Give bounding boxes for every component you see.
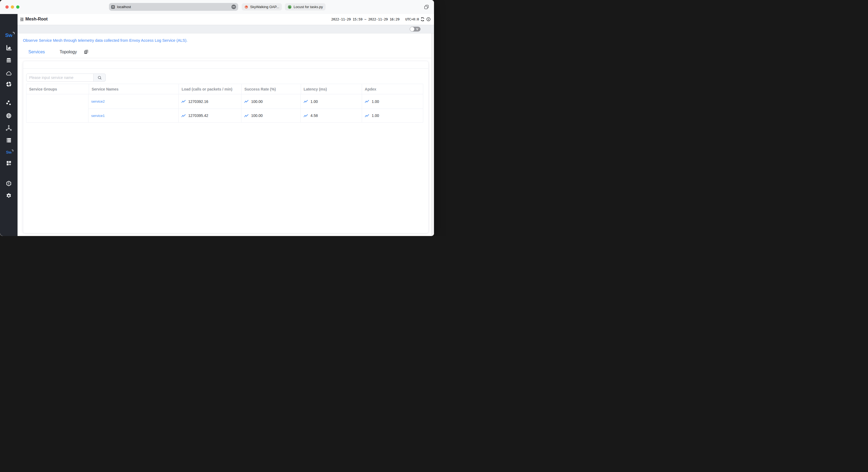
line-chart-icon[interactable] [365, 113, 369, 118]
mini-logo-crescent-icon [11, 149, 13, 152]
info-icon[interactable] [426, 17, 431, 22]
refresh-icon[interactable] [420, 17, 425, 22]
line-chart-icon[interactable] [244, 113, 249, 118]
pinned-tab-skywalking[interactable]: SkyWalking OAP... [242, 3, 282, 10]
service-link[interactable]: service1 [91, 114, 105, 118]
minimize-window-button[interactable] [11, 5, 14, 9]
line-chart-icon[interactable] [365, 99, 369, 104]
service-name-cell: service2 [89, 94, 179, 108]
success-rate-cell: 100.00 [241, 109, 301, 122]
copy-tabs-icon[interactable] [424, 4, 429, 10]
sidebar-item-database-icon[interactable] [6, 57, 12, 63]
search-input[interactable] [26, 73, 94, 81]
copy-document-icon[interactable] [84, 49, 89, 55]
apdex-value: 1.00 [372, 113, 379, 118]
table-header-row: Service Groups Service Names Load (calls… [26, 84, 423, 94]
column-header-latency[interactable]: Latency (ms) [301, 84, 362, 94]
url-badge-icon: x [111, 5, 115, 9]
sidebar: Sw [0, 14, 18, 236]
column-header-apdex[interactable]: Apdex [362, 84, 423, 94]
services-table: Service Groups Service Names Load (calls… [26, 84, 423, 123]
line-chart-icon[interactable] [304, 113, 308, 118]
line-chart-icon[interactable] [181, 99, 186, 104]
line-chart-icon[interactable] [304, 99, 308, 104]
skywalking-favicon-icon [244, 5, 248, 9]
line-chart-icon[interactable] [181, 113, 186, 118]
time-range[interactable]: 2022-11-29 15:59 ~ 2022-11-29 16:29 UTC+… [331, 17, 419, 21]
skywalking-logo[interactable]: Sw [0, 32, 18, 38]
latency-cell: 4.58 [301, 109, 362, 122]
service-name-cell: service1 [89, 109, 179, 122]
timezone-text: UTC+0:0 [405, 17, 419, 21]
column-header-service-groups[interactable]: Service Groups [26, 84, 89, 94]
table-row-service2: service2 1270392.16 100.00 [89, 94, 423, 109]
page-title: Mesh-Root [25, 17, 48, 22]
tab-topology[interactable]: Topology [60, 49, 77, 55]
load-cell: 1270392.16 [179, 94, 241, 108]
browser-chrome: x localhost SkyWalking OAP... Locust for… [0, 0, 434, 14]
sidebar-item-globe-icon[interactable] [6, 112, 12, 119]
latency-value: 4.58 [310, 113, 318, 118]
logo-crescent-icon [12, 32, 15, 35]
apdex-cell: 1.00 [362, 94, 423, 108]
card-header [23, 61, 428, 69]
service-group-cell [26, 94, 89, 122]
menu-fold-icon[interactable] [20, 17, 24, 22]
version-toggle[interactable]: V [410, 27, 421, 32]
tabs-bar: Services Topology [18, 46, 431, 58]
close-window-button[interactable] [5, 5, 9, 9]
logo-text: Sw [5, 32, 12, 38]
latency-cell: 1.00 [301, 94, 362, 108]
mesh-description: Observe Service Mesh through telemetry d… [23, 38, 187, 42]
pinned-tab-label: SkyWalking OAP... [250, 5, 279, 9]
service-search [26, 73, 106, 81]
table-body: service2 1270392.16 100.00 [26, 94, 423, 122]
sidebar-item-settings-gear-icon[interactable] [6, 193, 12, 199]
time-range-text: 2022-11-29 15:59 ~ 2022-11-29 16:29 [331, 17, 400, 21]
pinned-tab-label: Locust for tasks.py [294, 5, 323, 9]
column-header-success-rate[interactable]: Success Rate (%) [242, 84, 301, 94]
address-bar[interactable]: x localhost [109, 3, 238, 11]
load-value: 1270392.16 [188, 99, 208, 104]
success-rate-value: 100.00 [251, 113, 263, 118]
services-card: Service Groups Service Names Load (calls… [23, 61, 429, 233]
sidebar-item-dashboard-grid-plus-icon[interactable] [6, 160, 12, 166]
apdex-value: 1.00 [372, 99, 379, 104]
success-rate-value: 100.00 [251, 99, 263, 104]
secondary-toolbar: V [18, 25, 434, 33]
column-header-load[interactable]: Load (calls or packets / min) [179, 84, 242, 94]
browser-window: x localhost SkyWalking OAP... Locust for… [0, 0, 434, 236]
sidebar-item-service-mesh-icon[interactable] [6, 125, 12, 131]
load-value: 1270395.42 [188, 113, 208, 118]
page-header: Mesh-Root 2022-11-29 15:59 ~ 2022-11-29 … [18, 14, 434, 25]
toggle-knob [410, 27, 414, 31]
sidebar-item-server-list-icon[interactable] [6, 137, 12, 143]
scrollbar-track[interactable] [431, 33, 434, 236]
zoom-window-button[interactable] [16, 5, 20, 9]
mini-logo-text: Sw [6, 150, 11, 155]
more-options-icon[interactable] [231, 5, 236, 9]
sidebar-item-skywalking-mini-logo[interactable]: Sw [0, 150, 18, 155]
toggle-label: V [416, 28, 418, 31]
sidebar-item-dashboard-chart-icon[interactable] [6, 45, 12, 51]
tab-services[interactable]: Services [28, 49, 45, 55]
line-chart-icon[interactable] [244, 99, 249, 104]
search-button[interactable] [93, 73, 106, 81]
latency-value: 1.00 [310, 99, 318, 104]
success-rate-cell: 100.00 [241, 94, 301, 108]
table-row-service1: service1 1270395.42 100.00 [89, 109, 423, 122]
locust-favicon-icon [287, 5, 292, 9]
sidebar-item-alert-hexagon-icon[interactable] [6, 180, 12, 187]
apdex-cell: 1.00 [362, 109, 423, 122]
column-header-service-names[interactable]: Service Names [89, 84, 179, 94]
main-content: Mesh-Root 2022-11-29 15:59 ~ 2022-11-29 … [18, 14, 434, 236]
url-text: localhost [117, 5, 131, 9]
pinned-tab-locust[interactable]: Locust for tasks.py [285, 3, 326, 10]
sidebar-item-cloud-icon[interactable] [6, 70, 12, 76]
service-link[interactable]: service2 [91, 99, 105, 103]
sidebar-item-scatter-dots-icon[interactable] [6, 100, 12, 106]
search-icon [97, 75, 102, 80]
sidebar-item-donut-chart-icon[interactable] [6, 81, 12, 87]
load-cell: 1270395.42 [179, 109, 241, 122]
